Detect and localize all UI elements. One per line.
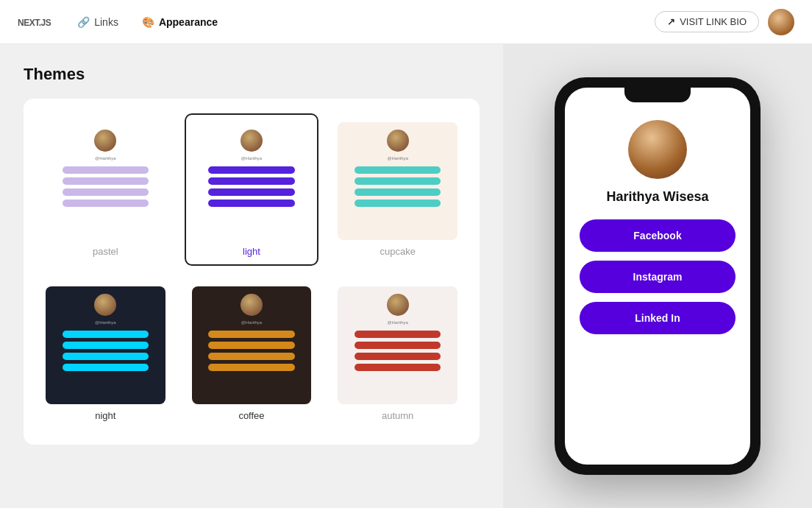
theme-avatar-pastel [94, 130, 116, 152]
visit-btn-label: VISIT LINK BIO [680, 16, 747, 27]
themes-grid-container: @Harithya pastel @Harithya light @Harith… [24, 99, 480, 445]
nav-item-appearance[interactable]: 🎨 Appearance [139, 12, 221, 32]
visit-link-bio-button[interactable]: ↗ VISIT LINK BIO [655, 11, 759, 32]
appearance-icon: 🎨 [142, 16, 154, 28]
theme-avatar-cupcake [387, 130, 409, 152]
theme-card-night[interactable]: @Harithya night [38, 278, 173, 430]
theme-username-night: @Harithya [95, 320, 115, 325]
theme-btn2-pastel [63, 177, 149, 185]
nav-right: ↗ VISIT LINK BIO [655, 9, 794, 35]
navbar: NEXT.JS 🔗 Links 🎨 Appearance ↗ VISIT LIN… [0, 0, 812, 44]
logo-text: NEXT [18, 18, 39, 28]
theme-btn1-light [208, 166, 294, 174]
logo: NEXT.JS [18, 14, 51, 29]
theme-card-autumn[interactable]: @Harithya autumn [330, 278, 465, 430]
theme-btn2-cupcake [355, 177, 441, 185]
user-avatar[interactable] [768, 9, 794, 35]
theme-username-pastel: @Harithya [95, 156, 115, 160]
linkedin-link-button[interactable]: Linked In [580, 302, 736, 334]
theme-label-coffee: coffee [238, 410, 264, 421]
theme-btn3-night [63, 353, 149, 360]
theme-btn2-autumn [355, 342, 441, 349]
theme-btn4-cupcake [355, 200, 441, 207]
theme-btn4-coffee [208, 364, 294, 371]
theme-btn2-coffee [208, 342, 294, 349]
theme-card-coffee[interactable]: @Harithya coffee [185, 278, 319, 430]
theme-btn1-coffee [208, 331, 294, 338]
theme-btn2-light [208, 177, 294, 185]
profile-name: Harithya Wisesa [607, 189, 709, 205]
left-panel: Themes @Harithya pastel @Harithya [0, 44, 503, 508]
theme-btn4-night [63, 364, 149, 371]
theme-btn1-autumn [355, 331, 441, 338]
theme-btn1-night [63, 331, 149, 338]
theme-btn4-light [208, 200, 294, 207]
theme-btn3-autumn [355, 353, 441, 360]
phone-mockup: Harithya Wisesa Facebook Instagram Linke… [555, 77, 761, 475]
nav-appearance-label: Appearance [159, 16, 218, 28]
external-icon: ↗ [667, 16, 675, 27]
nav-item-links[interactable]: 🔗 Links [74, 12, 121, 32]
theme-btn2-night [63, 342, 149, 349]
theme-avatar-light [241, 130, 263, 152]
facebook-link-button[interactable]: Facebook [580, 219, 736, 252]
theme-card-cupcake[interactable]: @Harithya cupcake [330, 113, 465, 266]
theme-btn3-coffee [208, 353, 294, 360]
theme-username-cupcake: @Harithya [387, 156, 407, 160]
main-content: Themes @Harithya pastel @Harithya [0, 44, 812, 508]
theme-label-night: night [95, 410, 115, 421]
theme-btn1-cupcake [355, 166, 441, 174]
theme-username-coffee: @Harithya [241, 320, 262, 325]
logo-sub: .JS [39, 18, 51, 28]
link-icon: 🔗 [77, 16, 90, 28]
instagram-link-button[interactable]: Instagram [580, 261, 736, 293]
theme-card-pastel[interactable]: @Harithya pastel [38, 113, 173, 266]
theme-btn3-cupcake [355, 188, 441, 196]
theme-username-light: @Harithya [241, 156, 262, 160]
theme-username-autumn: @Harithya [387, 320, 407, 325]
right-panel: Harithya Wisesa Facebook Instagram Linke… [503, 44, 812, 508]
theme-avatar-night [94, 294, 116, 316]
phone-screen: Harithya Wisesa Facebook Instagram Linke… [565, 88, 750, 465]
theme-label-pastel: pastel [93, 246, 118, 257]
theme-btn1-pastel [63, 166, 149, 174]
themes-grid: @Harithya pastel @Harithya light @Harith… [38, 113, 465, 430]
themes-title: Themes [24, 65, 480, 84]
theme-card-light[interactable]: @Harithya light [185, 113, 319, 266]
theme-avatar-coffee [241, 294, 263, 316]
theme-btn3-light [208, 188, 294, 196]
phone-notch [624, 88, 691, 102]
theme-label-cupcake: cupcake [380, 246, 415, 257]
nav-links: 🔗 Links 🎨 Appearance [74, 12, 631, 32]
theme-avatar-autumn [387, 294, 409, 316]
profile-avatar [628, 120, 687, 179]
theme-label-light: light [243, 246, 260, 257]
theme-btn4-autumn [355, 364, 441, 371]
theme-btn3-pastel [63, 188, 149, 196]
theme-btn4-pastel [63, 200, 149, 207]
nav-links-label: Links [94, 16, 118, 28]
theme-label-autumn: autumn [382, 410, 413, 421]
